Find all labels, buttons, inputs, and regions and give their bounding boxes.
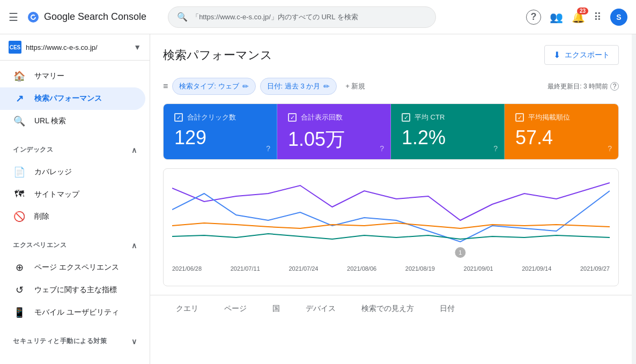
page-experience-icon: ⊕: [13, 262, 26, 273]
sidebar-nav: 🏠 サマリー ↗ 検索パフォーマンス 🔍 URL 検索: [0, 61, 150, 137]
site-selector-chevron: ▼: [134, 43, 141, 51]
stats-grid: ✓ 合計クリック数 129 ? ✓ 合計表示回数 1.05万 ? ✓ 平均 CT…: [163, 103, 619, 160]
chart-xaxis: 2021/06/28 2021/07/11 2021/07/24 2021/08…: [172, 263, 610, 274]
search-type-chip[interactable]: 検索タイプ: ウェブ ✏: [172, 78, 255, 95]
accounts-icon[interactable]: 👥: [550, 11, 563, 24]
header: ☰ Google Search Console 🔍 「https://www.c…: [0, 0, 636, 34]
mobile-icon: 📱: [13, 307, 26, 318]
last-updated-status: 最終更新日: 3 時間前 ?: [548, 82, 619, 91]
content-header: 検索パフォーマンス ⬇ エクスポート: [150, 34, 632, 73]
security-section-toggle[interactable]: ∨: [131, 337, 137, 346]
position-value: 57.4: [515, 127, 608, 149]
position-help-icon: ?: [608, 144, 612, 153]
index-section-header: インデックス ∧: [0, 137, 150, 157]
sidebar-label-summary: サマリー: [34, 71, 64, 81]
sidebar-item-summary[interactable]: 🏠 サマリー: [0, 65, 145, 87]
help-circle-icon: ?: [610, 82, 619, 91]
position-checkbox[interactable]: ✓: [515, 113, 524, 122]
page-title: 検索パフォーマンス: [163, 47, 272, 63]
core-vitals-icon: ↺: [13, 284, 26, 296]
trending-icon: ↗: [13, 93, 26, 105]
sidebar-item-core-web-vitals[interactable]: ↺ ウェブに関する主な指標: [0, 279, 145, 301]
sidebar-label-search-performance: 検索パフォーマンス: [34, 94, 102, 103]
clicks-checkbox[interactable]: ✓: [174, 113, 183, 122]
help-icon[interactable]: ?: [526, 10, 541, 25]
global-search[interactable]: 🔍 「https://www.c-e-s.co.jp/」内のすべての URL を…: [168, 6, 436, 28]
app-logo: Google Search Console: [27, 11, 146, 24]
url-search-icon: 🔍: [13, 115, 26, 127]
export-button[interactable]: ⬇ エクスポート: [544, 45, 619, 65]
download-icon: ⬇: [553, 50, 560, 60]
performance-chart: 1 2021/06/28 2021/07/11 2021/07/24 2021/…: [163, 168, 619, 286]
sidebar-item-sitemaps[interactable]: 🗺 サイトマップ: [0, 183, 145, 205]
coverage-icon: 📄: [13, 166, 26, 178]
sidebar-item-mobile-usability[interactable]: 📱 モバイル ユーザビリティ: [0, 301, 145, 324]
tab-dates[interactable]: 日付: [427, 295, 468, 323]
data-tabs: クエリ ページ 国 デバイス 検索での見え方 日付: [150, 295, 632, 323]
experience-section-toggle[interactable]: ∧: [131, 241, 137, 250]
search-icon: 🔍: [177, 12, 188, 22]
security-section-header: セキュリティと手動による対策 ∨: [0, 328, 150, 348]
home-icon: 🏠: [13, 70, 26, 82]
header-actions: ? 👥 🔔 23 ⠿ S: [526, 9, 627, 26]
ctr-checkbox[interactable]: ✓: [402, 113, 410, 122]
impressions-value: 1.05万: [288, 127, 380, 153]
stat-card-impressions[interactable]: ✓ 合計表示回数 1.05万 ?: [277, 104, 391, 159]
notification-count: 23: [577, 8, 588, 14]
site-url: https://www.c-e-s.co.jp/: [26, 43, 129, 51]
index-section-toggle[interactable]: ∧: [131, 146, 137, 154]
tab-devices[interactable]: デバイス: [293, 295, 349, 323]
search-type-edit-icon: ✏: [242, 82, 249, 91]
main-layout: CES https://www.c-e-s.co.jp/ ▼ 🏠 サマリー ↗ …: [0, 34, 636, 364]
tab-countries[interactable]: 国: [260, 295, 293, 323]
ctr-value: 1.2%: [402, 127, 493, 149]
tab-search-appearance[interactable]: 検索での見え方: [349, 295, 427, 323]
date-edit-icon: ✏: [323, 82, 330, 91]
sidebar-item-removals[interactable]: 🚫 削除: [0, 205, 145, 228]
menu-icon[interactable]: ☰: [9, 11, 18, 24]
removals-icon: 🚫: [13, 211, 26, 222]
apps-icon[interactable]: ⠿: [594, 11, 602, 24]
impressions-help-icon: ?: [380, 144, 384, 153]
chart-svg: 1: [172, 177, 610, 263]
date-chip[interactable]: 日付: 過去 3 か月 ✏: [260, 78, 337, 95]
svg-text:1: 1: [458, 249, 462, 256]
tab-pages[interactable]: ページ: [211, 295, 260, 323]
user-avatar[interactable]: S: [610, 9, 627, 26]
sidebar-item-url-inspection[interactable]: 🔍 URL 検索: [0, 110, 145, 132]
tab-queries[interactable]: クエリ: [163, 295, 211, 323]
search-placeholder-text: 「https://www.c-e-s.co.jp/」内のすべての URL を検索: [192, 12, 358, 22]
impressions-checkbox[interactable]: ✓: [288, 113, 297, 122]
clicks-help-icon: ?: [266, 144, 270, 153]
site-favicon: CES: [9, 41, 21, 54]
stat-card-position[interactable]: ✓ 平均掲載順位 57.4 ?: [505, 104, 618, 159]
clicks-value: 129: [174, 127, 266, 149]
stat-card-clicks[interactable]: ✓ 合計クリック数 129 ?: [164, 104, 277, 159]
sidebar-item-search-performance[interactable]: ↗ 検索パフォーマンス: [0, 87, 145, 110]
ctr-help-icon: ?: [493, 144, 498, 153]
sidebar-label-url-inspection: URL 検索: [34, 116, 66, 126]
sitemaps-icon: 🗺: [13, 189, 26, 200]
chart-svg-area: 1: [172, 177, 610, 263]
stat-card-ctr[interactable]: ✓ 平均 CTR 1.2% ?: [391, 104, 505, 159]
notifications-icon[interactable]: 🔔 23: [572, 11, 585, 24]
sidebar-item-page-experience[interactable]: ⊕ ページ エクスペリエンス: [0, 256, 145, 279]
experience-section-header: エクスペリエンス ∧: [0, 232, 150, 252]
experience-section-nav: ⊕ ページ エクスペリエンス ↺ ウェブに関する主な指標 📱 モバイル ユーザビ…: [0, 252, 150, 328]
index-section-nav: 📄 カバレッジ 🗺 サイトマップ 🚫 削除: [0, 157, 150, 232]
sidebar: CES https://www.c-e-s.co.jp/ ▼ 🏠 サマリー ↗ …: [0, 34, 150, 364]
sidebar-item-coverage[interactable]: 📄 カバレッジ: [0, 161, 145, 183]
google-logo-icon: [27, 11, 40, 24]
filter-icon[interactable]: ≡: [163, 81, 168, 91]
right-scrollbar[interactable]: [632, 34, 636, 364]
content-area: 検索パフォーマンス ⬇ エクスポート ≡ 検索タイプ: ウェブ ✏ 日付: 過去…: [150, 34, 632, 364]
filter-bar: ≡ 検索タイプ: ウェブ ✏ 日付: 過去 3 か月 ✏ + 新規 最終更新日:…: [150, 73, 632, 103]
app-title: Google Search Console: [44, 11, 146, 23]
new-filter-button[interactable]: + 新規: [341, 78, 369, 94]
site-selector[interactable]: CES https://www.c-e-s.co.jp/ ▼: [0, 34, 150, 61]
